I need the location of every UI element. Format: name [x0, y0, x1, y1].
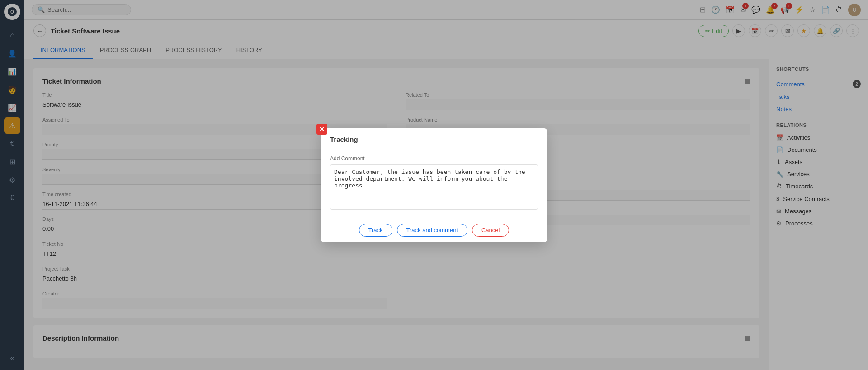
- modal-title: Tracking: [321, 128, 547, 148]
- comment-textarea[interactable]: [330, 164, 538, 210]
- add-comment-label: Add Comment: [330, 155, 538, 162]
- track-and-comment-button[interactable]: Track and comment: [397, 224, 467, 237]
- track-button[interactable]: Track: [359, 224, 392, 237]
- tracking-modal: ✕ Tracking Add Comment Track Track and c…: [321, 128, 547, 242]
- cancel-button[interactable]: Cancel: [472, 224, 509, 237]
- modal-overlay[interactable]: ✕ Tracking Add Comment Track Track and c…: [0, 0, 868, 370]
- modal-close-button[interactable]: ✕: [316, 124, 327, 135]
